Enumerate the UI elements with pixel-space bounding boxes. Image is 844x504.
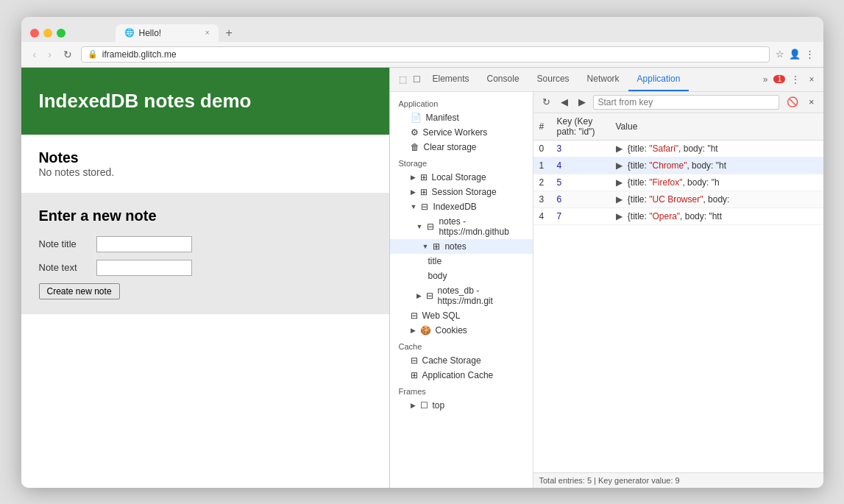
database-icon: ⊟ [427, 221, 434, 232]
note-title-row: Note title [39, 236, 372, 252]
sidebar-item-top-frame[interactable]: ▶ ☐ top [390, 398, 533, 413]
devtools-sidebar: Application 📄 Manifest ⚙ Service Workers… [390, 92, 533, 488]
sidebar-item-app-cache[interactable]: ⊞ Application Cache [390, 368, 533, 383]
start-from-key-input[interactable] [593, 95, 779, 110]
maximize-window-button[interactable] [57, 29, 65, 38]
chevron-right-icon-2: ▶ [411, 188, 416, 196]
indexeddb-table: # Key (Key path: "id") Value 03▶ {title:… [533, 113, 823, 472]
sidebar-item-idb-db2-label: notes_db - https://mdn.git [438, 285, 524, 306]
nav-back-button[interactable]: ‹ [30, 47, 40, 62]
tab-application[interactable]: Application [628, 68, 689, 91]
table-row[interactable]: 03▶ {title: "Safari", body: "ht [533, 140, 823, 157]
delete-selected-button[interactable]: × [806, 95, 818, 109]
chevron-down-icon-2: ▼ [416, 223, 423, 230]
manifest-icon: 📄 [411, 113, 422, 123]
row-index: 0 [533, 140, 551, 157]
tab-elements[interactable]: Elements [424, 68, 478, 91]
sidebar-item-indexeddb-label: IndexedDB [433, 202, 476, 212]
sidebar-item-session-storage[interactable]: ▶ ⊞ Session Storage [390, 185, 533, 199]
chevron-right-icon-4: ▶ [411, 327, 416, 334]
sidebar-item-indexeddb[interactable]: ▼ ⊟ IndexedDB [390, 199, 533, 214]
more-tabs-button[interactable]: » [760, 73, 771, 86]
row-value: ▶ {title: "Safari", body: "ht [610, 140, 823, 157]
notes-heading: Notes [39, 149, 372, 166]
sidebar-item-notes-store-label: notes [444, 241, 466, 252]
sidebar-item-cookies[interactable]: ▶ 🍪 Cookies [390, 323, 533, 338]
form-heading: Enter a new note [39, 207, 372, 224]
url-text: iframeidb.glitch.me [102, 49, 763, 60]
row-value: ▶ {title: "Firefox", body: "h [610, 174, 823, 191]
col-hash: # [533, 113, 551, 141]
gear-icon: ⚙ [411, 127, 419, 138]
sidebar-item-body-field[interactable]: body [390, 269, 533, 283]
note-title-input[interactable] [96, 236, 192, 252]
close-window-button[interactable] [30, 29, 39, 38]
menu-icon[interactable]: ⋮ [805, 49, 815, 60]
sidebar-item-cache-storage-label: Cache Storage [422, 355, 481, 366]
minimize-window-button[interactable] [43, 29, 52, 38]
sidebar-item-idb-db2[interactable]: ▶ ⊟ notes_db - https://mdn.git [390, 283, 533, 308]
cache-storage-icon: ⊟ [411, 355, 418, 366]
devtools-close-button[interactable]: × [806, 73, 817, 86]
storage-section-header: Storage [390, 155, 533, 170]
clear-all-button[interactable]: 🚫 [784, 95, 801, 109]
device-mode-button[interactable]: ☐ [410, 73, 424, 86]
browser-toolbar-right: ☆ 👤 ⋮ [776, 49, 815, 60]
next-key-button[interactable]: ▶ [575, 95, 589, 109]
row-key: 7 [551, 207, 610, 224]
cookies-icon: 🍪 [420, 325, 431, 336]
row-key: 3 [551, 140, 610, 157]
devtools-more-options-button[interactable]: ⋮ [788, 73, 803, 86]
row-index: 3 [533, 191, 551, 207]
new-tab-button[interactable]: + [221, 26, 237, 40]
sidebar-item-cache-storage[interactable]: ⊟ Cache Storage [390, 353, 533, 368]
sidebar-item-app-cache-label: Application Cache [422, 370, 494, 380]
chevron-down-icon: ▼ [411, 203, 417, 210]
sidebar-item-service-workers-label: Service Workers [423, 127, 488, 138]
error-badge: 1 [773, 75, 785, 83]
refresh-database-button[interactable]: ↻ [539, 95, 553, 109]
page-title: IndexedDB notes demo [39, 90, 372, 113]
nav-reload-button[interactable]: ↻ [60, 47, 75, 62]
row-value: ▶ {title: "Opera", body: "htt [610, 207, 823, 224]
devtools-panel: ⬚ ☐ Elements Console Sources Network App… [389, 68, 823, 488]
tab-close-button[interactable]: × [205, 29, 210, 37]
table-row[interactable]: 14▶ {title: "Chrome", body: "ht [533, 157, 823, 174]
note-text-input[interactable] [96, 260, 192, 276]
inspect-element-button[interactable]: ⬚ [396, 73, 410, 86]
web-sql-icon: ⊟ [411, 310, 418, 321]
table-row[interactable]: 25▶ {title: "Firefox", body: "h [533, 174, 823, 191]
devtools-tab-bar: ⬚ ☐ Elements Console Sources Network App… [390, 68, 823, 92]
bookmark-icon[interactable]: ☆ [776, 49, 784, 60]
sidebar-item-web-sql-label: Web SQL [422, 310, 461, 321]
create-note-button[interactable]: Create new note [39, 283, 120, 299]
application-section-header: Application [390, 95, 533, 110]
col-value: Value [610, 113, 823, 141]
sidebar-item-manifest[interactable]: 📄 Manifest [390, 110, 533, 125]
webpage-content: IndexedDB notes demo Notes No notes stor… [21, 68, 389, 488]
note-title-label: Note title [39, 238, 91, 249]
note-text-row: Note text [39, 260, 372, 276]
tab-sources[interactable]: Sources [528, 68, 578, 91]
sidebar-item-clear-storage[interactable]: 🗑 Clear storage [390, 140, 533, 155]
sidebar-item-idb-db[interactable]: ▼ ⊟ notes - https://mdn.github [390, 214, 533, 239]
table-row[interactable]: 36▶ {title: "UC Browser", body: [533, 191, 823, 207]
sidebar-item-web-sql[interactable]: ⊟ Web SQL [390, 308, 533, 323]
address-bar-input[interactable]: 🔒 iframeidb.glitch.me [81, 46, 770, 63]
table-row[interactable]: 47▶ {title: "Opera", body: "htt [533, 207, 823, 224]
nav-forward-button[interactable]: › [45, 47, 54, 62]
sidebar-item-service-workers[interactable]: ⚙ Service Workers [390, 125, 533, 140]
profile-icon[interactable]: 👤 [789, 49, 801, 60]
sidebar-item-local-storage[interactable]: ▶ ⊞ Local Storage [390, 170, 533, 185]
frames-section-header: Frames [390, 383, 533, 398]
tab-network[interactable]: Network [578, 68, 628, 91]
tab-console[interactable]: Console [478, 68, 528, 91]
sidebar-item-clear-storage-label: Clear storage [424, 142, 477, 152]
row-value: ▶ {title: "Chrome", body: "ht [610, 157, 823, 174]
sidebar-item-title-field[interactable]: title [390, 254, 533, 269]
sidebar-item-cookies-label: Cookies [436, 325, 467, 336]
prev-key-button[interactable]: ◀ [558, 95, 571, 109]
browser-tab[interactable]: 🌐 Hello! × [116, 24, 219, 42]
sidebar-item-top-frame-label: top [433, 400, 445, 411]
sidebar-item-notes-store[interactable]: ▼ ⊞ notes [390, 239, 533, 254]
